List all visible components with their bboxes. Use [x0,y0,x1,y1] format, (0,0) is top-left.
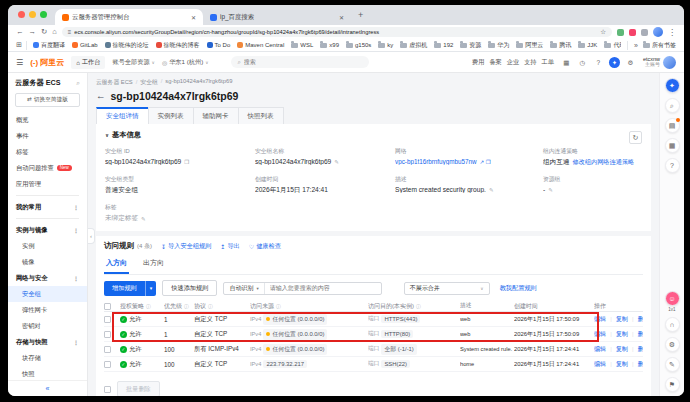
bookmarks-overflow-icon[interactable]: » [634,42,638,49]
clone-rule-link[interactable]: 复制 [616,315,628,324]
new-tab-button[interactable]: + [358,11,363,20]
edit-rule-link[interactable]: 编辑 [594,330,606,339]
row-checkbox[interactable] [104,316,111,323]
rules-toolbar-link[interactable]: ♡ 健康检查 [249,242,281,251]
bookmark-item[interactable]: 192 [434,42,453,48]
sidebar-item[interactable]: 快照 ⋮ [8,366,87,380]
minimize-window-button[interactable] [29,11,36,18]
select-all-checkbox[interactable] [104,303,111,310]
refresh-button[interactable]: ↻ [629,131,642,144]
reload-icon[interactable]: ↻ [41,28,47,36]
extension-icon[interactable] [617,29,624,36]
bookmark-item[interactable]: WSL [291,42,313,48]
sidebar-item[interactable]: 密钥对 ⋮ [8,318,87,334]
merge-display-select[interactable]: 不展示合并 ∨ [404,282,490,295]
topnav-link[interactable]: 支持 [524,58,536,67]
info-icon[interactable]: ⓘ [146,303,151,309]
bookmark-item[interactable]: ky [378,42,393,48]
bookmark-item[interactable]: To Do [207,42,231,48]
field-edit-copy-icon[interactable]: ✎ [141,216,146,222]
topnav-link[interactable]: 企业 [507,58,519,67]
add-rule-button[interactable]: 增加规则 [104,281,145,296]
sidebar-item[interactable]: 镜像 ⋮ [8,254,87,270]
docs-card-icon[interactable]: ▤ [665,118,680,133]
workbench-button[interactable]: ⌂ 工作台 [71,56,105,69]
live-support-icon[interactable]: ☺ [665,291,680,306]
field-edit-copy-icon[interactable]: ✎ [548,187,553,193]
topnav-link[interactable]: 备案 [489,58,501,67]
console-search[interactable]: ⌕ [231,56,369,68]
more-icon[interactable]: ⋮ [73,339,79,346]
browser-menu-icon[interactable]: ⋮ [668,28,676,37]
clone-rule-link[interactable]: 复制 [616,345,628,354]
ai-assistant-icon[interactable]: ✦ [609,57,620,68]
settings-icon[interactable]: ⚙ [625,57,636,68]
topnav-link[interactable]: 费用 [472,58,484,67]
edit-rule-link[interactable]: 编辑 [594,345,606,354]
detail-tab[interactable]: 辅助网卡 [193,107,238,124]
bookmark-item[interactable]: JJK [578,42,597,48]
app-grid-icon[interactable]: ▦ [561,57,572,68]
sidebar-collapse-handle[interactable]: ‹ [88,228,95,244]
footer-select-all-checkbox[interactable] [104,386,111,393]
bookmark-item[interactable]: x99 [320,42,339,48]
breadcrumb-item[interactable]: sg-bp10424a4x7lrgk6tp69 [158,78,233,87]
settings-gear-icon[interactable]: ⚙ [665,337,680,352]
more-icon[interactable]: ⋮ [73,227,79,234]
more-icon[interactable]: ⋮ [73,204,79,211]
aliyun-logo[interactable]: (-) 阿里云 [30,57,64,68]
breadcrumb-item[interactable]: 云服务器 ECS [96,78,133,87]
account-avatar[interactable] [663,56,676,69]
more-icon[interactable]: ⋮ [73,275,79,282]
extension-icon[interactable] [629,29,636,36]
announcement-flag-icon[interactable]: ⚑ [665,377,680,392]
info-icon[interactable]: ⓘ [184,303,189,309]
bookmark-item[interactable]: 华为 [488,41,509,50]
clone-rule-link[interactable]: 复制 [616,360,628,369]
row-checkbox[interactable] [104,331,111,338]
rules-toolbar-link[interactable]: ↧ 导入安全组规则 [161,242,211,251]
bookmark-item[interactable]: Maven Central [237,42,284,48]
detail-tab[interactable]: 快照列表 [238,107,284,124]
basic-info-header[interactable]: ∨ 基本信息 [105,130,642,140]
sidebar-item[interactable]: 块存储 ⋮ [8,350,87,366]
bookmark-item[interactable]: 阿里云 [516,41,543,50]
topnav-link[interactable]: 工单 [542,58,554,67]
row-checkbox[interactable] [104,361,111,368]
tab-close-icon[interactable]: ✕ [339,14,344,21]
ai-assistant-icon[interactable]: ✦ [665,78,680,93]
panel-icon[interactable]: ▦ [665,138,680,153]
delete-rule-link[interactable]: 删除 [638,345,644,354]
delete-rule-link[interactable]: 删除 [638,360,644,369]
console-search-input[interactable] [244,59,364,65]
search-icon[interactable]: ⌕ [665,98,680,113]
home-icon[interactable]: ⌂ [52,28,57,36]
bookmark-item[interactable]: 徐晓伟的博客 [156,41,200,50]
field-edit-copy-icon[interactable]: ❐ [184,159,189,165]
delete-rule-link[interactable]: 删除 [638,315,644,324]
field-action-link[interactable]: 修改组内网络连通策略 [572,158,634,167]
quick-add-rule-button[interactable]: 快速添加规则 [162,280,217,296]
sidebar-item[interactable]: 自动问题排查 New ⋮ [8,160,87,176]
forward-icon[interactable]: → [29,28,37,36]
info-icon[interactable]: ⓘ [276,303,281,309]
help-icon[interactable]: ? [593,57,604,68]
bookmark-item[interactable]: g150s [346,42,371,48]
direction-tab[interactable]: 入方向 [104,256,129,274]
feedback-pencil-icon[interactable]: ✎ [665,357,680,372]
apps-grid-icon[interactable]: ⊞ [16,41,22,49]
detail-tab[interactable]: 安全组详情 [96,107,148,124]
site-settings-icon[interactable]: ≡ [68,29,72,35]
search-mode-select[interactable]: 自动识别 ▾ [224,283,264,294]
edit-rule-link[interactable]: 编辑 [594,315,606,324]
sidebar-item[interactable]: 安全组 ⋮ [8,286,87,302]
field-edit-copy-icon[interactable]: ↗ ❐ [480,159,491,165]
hamburger-menu-icon[interactable]: ☰ [16,58,23,67]
all-bookmarks-button[interactable]: 所有书签 [643,41,676,50]
edit-rule-link[interactable]: 编辑 [594,360,606,369]
extension-icon[interactable] [641,29,648,36]
detail-tab[interactable]: 实例列表 [148,107,193,124]
direction-tab[interactable]: 出方向 [141,256,166,274]
back-arrow-icon[interactable]: ← [96,91,106,101]
profile-avatar[interactable] [653,27,663,37]
